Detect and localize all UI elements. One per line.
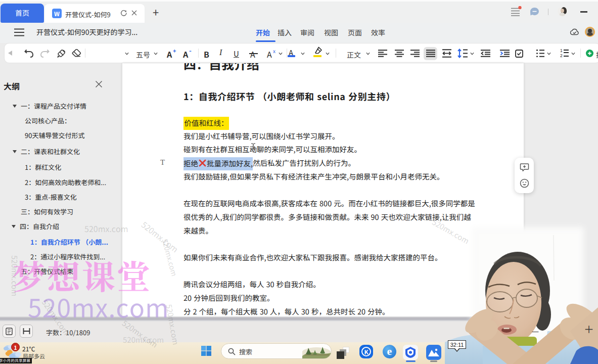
svg-text:2: 2	[560, 53, 563, 58]
svg-text:1: 1	[560, 49, 563, 53]
